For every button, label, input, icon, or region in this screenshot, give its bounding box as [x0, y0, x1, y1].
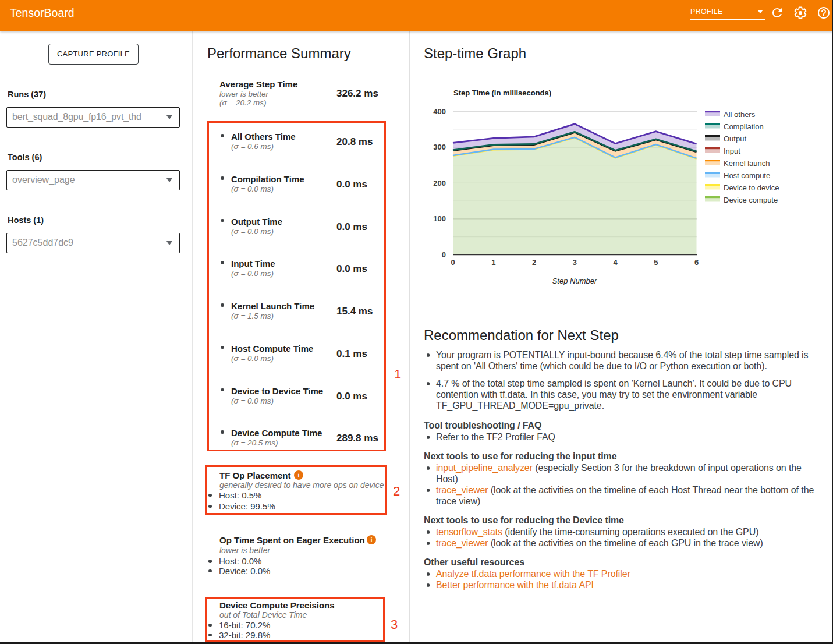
- svg-text:2: 2: [532, 258, 536, 267]
- svg-text:300: 300: [433, 143, 446, 151]
- svg-text:Compilation: Compilation: [724, 122, 764, 131]
- svg-text:Output: Output: [724, 135, 746, 143]
- svg-text:Input: Input: [724, 147, 740, 155]
- svg-text:5: 5: [654, 258, 658, 267]
- svg-text:0: 0: [451, 258, 455, 267]
- svg-text:Host compute: Host compute: [724, 171, 770, 180]
- svg-text:4: 4: [613, 258, 618, 267]
- svg-text:1: 1: [491, 258, 495, 267]
- svg-text:Kernel launch: Kernel launch: [724, 159, 770, 168]
- svg-text:3: 3: [573, 258, 577, 267]
- svg-text:Device to device: Device to device: [724, 183, 779, 192]
- svg-text:200: 200: [433, 179, 446, 187]
- svg-text:400: 400: [433, 107, 446, 116]
- svg-text:6: 6: [694, 258, 699, 267]
- svg-text:Device compute: Device compute: [724, 196, 778, 204]
- svg-text:100: 100: [433, 214, 446, 223]
- svg-text:Step Time (in milliseconds): Step Time (in milliseconds): [453, 89, 551, 97]
- svg-text:All others: All others: [724, 110, 756, 119]
- svg-text:Step Number: Step Number: [552, 277, 597, 285]
- svg-text:0: 0: [442, 250, 446, 259]
